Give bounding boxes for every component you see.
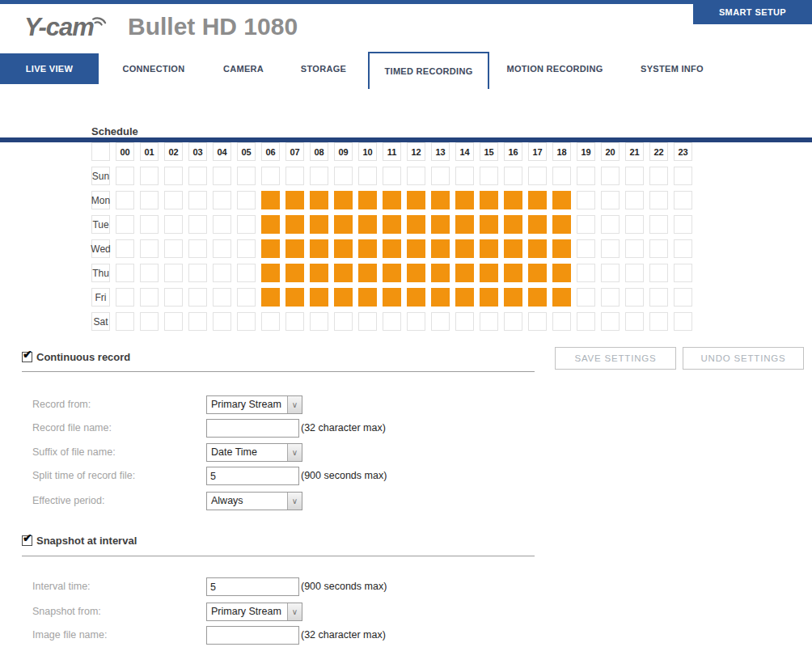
schedule-cell-wed-19[interactable] bbox=[577, 239, 595, 258]
tab-connection[interactable]: CONNECTION bbox=[105, 53, 202, 84]
schedule-cell-tue-14[interactable] bbox=[455, 215, 474, 234]
schedule-cell-sun-09[interactable] bbox=[334, 167, 353, 185]
schedule-cell-fri-05[interactable] bbox=[237, 288, 256, 307]
schedule-cell-sat-04[interactable] bbox=[213, 312, 231, 331]
schedule-cell-thu-15[interactable] bbox=[480, 264, 498, 282]
schedule-cell-sat-00[interactable] bbox=[116, 312, 134, 331]
schedule-cell-fri-02[interactable] bbox=[164, 288, 183, 307]
schedule-cell-thu-03[interactable] bbox=[188, 264, 207, 282]
schedule-cell-sat-17[interactable] bbox=[528, 312, 547, 331]
schedule-cell-sat-08[interactable] bbox=[310, 312, 328, 331]
schedule-hour-header-15[interactable]: 15 bbox=[480, 142, 498, 161]
schedule-cell-sat-16[interactable] bbox=[504, 312, 522, 331]
schedule-cell-sat-01[interactable] bbox=[140, 312, 159, 331]
schedule-cell-tue-15[interactable] bbox=[480, 215, 498, 234]
schedule-cell-wed-00[interactable] bbox=[116, 239, 134, 258]
schedule-cell-sun-18[interactable] bbox=[552, 167, 571, 185]
schedule-cell-sat-02[interactable] bbox=[164, 312, 183, 331]
schedule-hour-header-16[interactable]: 16 bbox=[504, 142, 522, 161]
schedule-cell-mon-14[interactable] bbox=[455, 191, 474, 209]
snapshot-interval-checkbox[interactable]: ✔ bbox=[22, 535, 32, 546]
interval-time-input[interactable] bbox=[206, 577, 299, 596]
schedule-cell-wed-08[interactable] bbox=[310, 239, 328, 258]
schedule-cell-wed-21[interactable] bbox=[625, 239, 644, 258]
schedule-cell-sun-11[interactable] bbox=[383, 167, 401, 185]
schedule-cell-tue-00[interactable] bbox=[116, 215, 134, 234]
schedule-cell-mon-18[interactable] bbox=[552, 191, 571, 209]
schedule-cell-tue-08[interactable] bbox=[310, 215, 328, 234]
suffix-select[interactable]: Date Time ∨ bbox=[206, 443, 302, 462]
schedule-cell-mon-19[interactable] bbox=[577, 191, 595, 209]
save-settings-button[interactable]: SAVE SETTINGS bbox=[555, 347, 676, 370]
schedule-hour-header-09[interactable]: 09 bbox=[334, 142, 353, 161]
schedule-hour-header-23[interactable]: 23 bbox=[674, 142, 692, 161]
tab-timed-recording[interactable]: TIMED RECORDING bbox=[368, 52, 489, 89]
tab-motion-recording[interactable]: MOTION RECORDING bbox=[495, 53, 615, 84]
schedule-cell-thu-12[interactable] bbox=[407, 264, 425, 282]
schedule-hour-header-00[interactable]: 00 bbox=[116, 142, 134, 161]
schedule-cell-sun-21[interactable] bbox=[625, 167, 644, 185]
schedule-cell-mon-15[interactable] bbox=[480, 191, 498, 209]
schedule-cell-wed-20[interactable] bbox=[601, 239, 620, 258]
schedule-hour-header-17[interactable]: 17 bbox=[528, 142, 547, 161]
schedule-cell-sat-22[interactable] bbox=[649, 312, 668, 331]
schedule-hour-header-03[interactable]: 03 bbox=[188, 142, 207, 161]
schedule-cell-sat-12[interactable] bbox=[407, 312, 425, 331]
schedule-cell-mon-03[interactable] bbox=[188, 191, 207, 209]
tab-storage[interactable]: STORAGE bbox=[283, 53, 364, 84]
schedule-cell-fri-11[interactable] bbox=[383, 288, 401, 307]
schedule-day-label-tue[interactable]: Tue bbox=[91, 215, 110, 234]
schedule-hour-header-12[interactable]: 12 bbox=[407, 142, 425, 161]
schedule-day-label-wed[interactable]: Wed bbox=[91, 239, 110, 258]
schedule-hour-header-05[interactable]: 05 bbox=[237, 142, 256, 161]
schedule-cell-sat-07[interactable] bbox=[285, 312, 304, 331]
schedule-cell-tue-21[interactable] bbox=[625, 215, 644, 234]
schedule-day-label-thu[interactable]: Thu bbox=[91, 264, 110, 282]
schedule-cell-thu-09[interactable] bbox=[334, 264, 353, 282]
schedule-cell-tue-17[interactable] bbox=[528, 215, 547, 234]
schedule-cell-thu-23[interactable] bbox=[674, 264, 692, 282]
schedule-cell-fri-07[interactable] bbox=[285, 288, 304, 307]
schedule-day-label-sat[interactable]: Sat bbox=[91, 312, 110, 331]
schedule-cell-mon-09[interactable] bbox=[334, 191, 353, 209]
schedule-cell-sun-03[interactable] bbox=[188, 167, 207, 185]
schedule-hour-header-20[interactable]: 20 bbox=[601, 142, 620, 161]
schedule-cell-tue-13[interactable] bbox=[431, 215, 450, 234]
schedule-cell-fri-06[interactable] bbox=[261, 288, 280, 307]
schedule-cell-tue-20[interactable] bbox=[601, 215, 620, 234]
schedule-cell-thu-14[interactable] bbox=[455, 264, 474, 282]
schedule-cell-mon-08[interactable] bbox=[310, 191, 328, 209]
schedule-hour-header-02[interactable]: 02 bbox=[164, 142, 183, 161]
schedule-cell-tue-09[interactable] bbox=[334, 215, 353, 234]
schedule-cell-wed-12[interactable] bbox=[407, 239, 425, 258]
schedule-cell-thu-16[interactable] bbox=[504, 264, 522, 282]
schedule-cell-tue-03[interactable] bbox=[188, 215, 207, 234]
schedule-cell-thu-18[interactable] bbox=[552, 264, 571, 282]
schedule-cell-wed-11[interactable] bbox=[383, 239, 401, 258]
schedule-cell-mon-06[interactable] bbox=[261, 191, 280, 209]
schedule-cell-fri-17[interactable] bbox=[528, 288, 547, 307]
schedule-cell-thu-13[interactable] bbox=[431, 264, 450, 282]
schedule-hour-header-19[interactable]: 19 bbox=[577, 142, 595, 161]
schedule-cell-wed-02[interactable] bbox=[164, 239, 183, 258]
continuous-record-checkbox[interactable]: ✔ bbox=[22, 352, 32, 362]
schedule-hour-header-18[interactable]: 18 bbox=[552, 142, 571, 161]
schedule-cell-sun-06[interactable] bbox=[261, 167, 280, 185]
schedule-cell-thu-08[interactable] bbox=[310, 264, 328, 282]
schedule-cell-thu-22[interactable] bbox=[649, 264, 668, 282]
schedule-cell-fri-00[interactable] bbox=[116, 288, 134, 307]
schedule-cell-fri-10[interactable] bbox=[358, 288, 377, 307]
schedule-cell-sat-11[interactable] bbox=[383, 312, 401, 331]
schedule-cell-sat-13[interactable] bbox=[431, 312, 450, 331]
schedule-cell-fri-13[interactable] bbox=[431, 288, 450, 307]
schedule-hour-header-10[interactable]: 10 bbox=[358, 142, 377, 161]
schedule-cell-wed-22[interactable] bbox=[649, 239, 668, 258]
schedule-cell-fri-09[interactable] bbox=[334, 288, 353, 307]
schedule-cell-wed-05[interactable] bbox=[237, 239, 256, 258]
schedule-cell-sat-21[interactable] bbox=[625, 312, 644, 331]
schedule-cell-fri-08[interactable] bbox=[310, 288, 328, 307]
schedule-cell-mon-21[interactable] bbox=[625, 191, 644, 209]
schedule-cell-mon-04[interactable] bbox=[213, 191, 231, 209]
schedule-cell-fri-04[interactable] bbox=[213, 288, 231, 307]
schedule-cell-wed-07[interactable] bbox=[285, 239, 304, 258]
